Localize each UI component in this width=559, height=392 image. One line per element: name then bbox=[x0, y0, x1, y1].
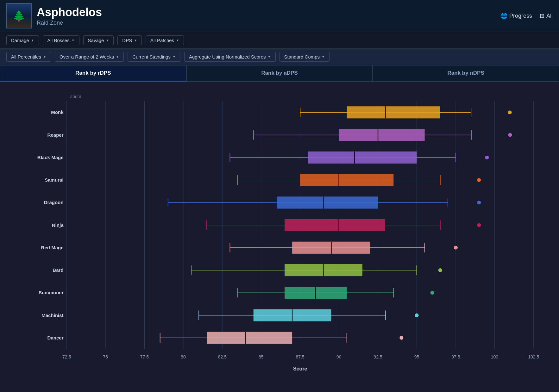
tab-adps[interactable]: Rank by aDPS bbox=[186, 65, 373, 82]
svg-point-91 bbox=[430, 291, 434, 295]
dps-filter[interactable]: DPS ▼ bbox=[117, 35, 142, 45]
percentiles-filter[interactable]: All Percentiles ▼ bbox=[6, 52, 51, 62]
svg-text:Score: Score bbox=[293, 366, 307, 371]
svg-point-56 bbox=[477, 178, 481, 182]
svg-rect-103 bbox=[207, 332, 292, 344]
dps-label: DPS bbox=[122, 38, 132, 43]
box-plot-chart: Zoom // Computed inline via JS below bbox=[9, 89, 550, 374]
chart-area: Zoom // Computed inline via JS below bbox=[0, 82, 559, 384]
chevron-down-icon: ▼ bbox=[43, 55, 46, 59]
range-label: Over a Range of 2 Weeks bbox=[60, 54, 114, 59]
svg-point-35 bbox=[508, 110, 512, 114]
svg-point-98 bbox=[415, 313, 419, 317]
svg-text:Dragoon: Dragoon bbox=[44, 200, 64, 205]
comps-label: Standard Comps bbox=[284, 54, 320, 59]
header-left: 🌲 Asphodelos Raid Zone bbox=[6, 3, 102, 28]
savage-filter[interactable]: Savage ▼ bbox=[83, 35, 114, 45]
comps-filter[interactable]: Standard Comps ▼ bbox=[280, 52, 330, 62]
svg-point-84 bbox=[438, 268, 442, 272]
zone-name: Asphodelos bbox=[37, 6, 102, 19]
rank-tabs: Rank by rDPS Rank by aDPS Rank by nDPS bbox=[0, 65, 559, 82]
svg-text:77.5: 77.5 bbox=[140, 354, 149, 359]
aggregate-label: Aggregate Using Normalized Scores bbox=[189, 54, 266, 59]
svg-text:Zoom: Zoom bbox=[70, 94, 81, 99]
standings-filter[interactable]: Current Standings ▼ bbox=[128, 52, 180, 62]
tab-rdps[interactable]: Rank by rDPS bbox=[0, 65, 186, 82]
svg-text:80: 80 bbox=[181, 354, 186, 359]
svg-text:82.5: 82.5 bbox=[218, 354, 227, 359]
svg-text:72.5: 72.5 bbox=[62, 354, 71, 359]
svg-text:Bard: Bard bbox=[53, 267, 63, 273]
svg-text:Reaper: Reaper bbox=[47, 132, 64, 138]
header-title: Asphodelos Raid Zone bbox=[37, 6, 102, 26]
svg-text:100: 100 bbox=[491, 354, 499, 359]
progress-button[interactable]: 🌐 Progress bbox=[500, 12, 532, 19]
svg-rect-40 bbox=[339, 129, 425, 141]
svg-point-105 bbox=[399, 336, 403, 340]
damage-filter[interactable]: Damage ▼ bbox=[6, 35, 39, 45]
svg-text:75: 75 bbox=[103, 354, 108, 359]
primary-toolbar: Damage ▼ All Bosses ▼ Savage ▼ DPS ▼ All… bbox=[0, 32, 559, 49]
chevron-down-icon: ▼ bbox=[173, 55, 176, 59]
aggregate-filter[interactable]: Aggregate Using Normalized Scores ▼ bbox=[184, 52, 276, 62]
svg-text:102.5: 102.5 bbox=[528, 354, 539, 359]
percentiles-label: All Percentiles bbox=[11, 54, 41, 59]
damage-label: Damage bbox=[11, 38, 29, 43]
chevron-down-icon: ▼ bbox=[176, 39, 179, 42]
chevron-down-icon: ▼ bbox=[134, 39, 137, 42]
app-header: 🌲 Asphodelos Raid Zone 🌐 Progress ⊞ All bbox=[0, 0, 559, 32]
patches-label: All Patches bbox=[150, 38, 174, 43]
svg-text:85: 85 bbox=[259, 354, 264, 359]
svg-rect-68 bbox=[285, 219, 385, 231]
svg-rect-33 bbox=[347, 106, 440, 118]
grid-icon: ⊞ bbox=[540, 12, 544, 19]
svg-text:Ninja: Ninja bbox=[52, 222, 64, 228]
svg-point-63 bbox=[477, 201, 481, 204]
zone-logo: 🌲 bbox=[6, 3, 32, 28]
svg-text:Dancer: Dancer bbox=[47, 335, 64, 340]
svg-point-70 bbox=[477, 223, 481, 227]
all-label: All bbox=[546, 13, 553, 19]
svg-text:Monk: Monk bbox=[51, 109, 64, 115]
svg-rect-61 bbox=[277, 196, 378, 208]
svg-point-49 bbox=[485, 156, 489, 159]
svg-rect-0 bbox=[9, 89, 550, 374]
svg-text:87.5: 87.5 bbox=[296, 354, 305, 359]
all-button[interactable]: ⊞ All bbox=[540, 12, 553, 19]
patches-filter[interactable]: All Patches ▼ bbox=[146, 35, 184, 45]
logo-image: 🌲 bbox=[7, 4, 31, 28]
chevron-down-icon: ▼ bbox=[72, 39, 75, 42]
all-bosses-label: All Bosses bbox=[47, 38, 70, 43]
svg-text:92.5: 92.5 bbox=[374, 354, 382, 359]
svg-text:95: 95 bbox=[414, 354, 419, 359]
zone-type: Raid Zone bbox=[37, 20, 102, 26]
savage-label: Savage bbox=[88, 38, 104, 43]
all-bosses-filter[interactable]: All Bosses ▼ bbox=[43, 35, 79, 45]
globe-icon: 🌐 bbox=[500, 12, 507, 19]
svg-text:Summoner: Summoner bbox=[39, 290, 64, 295]
chevron-down-icon: ▼ bbox=[31, 39, 34, 42]
svg-text:Black Mage: Black Mage bbox=[37, 155, 64, 160]
svg-text:Red Mage: Red Mage bbox=[41, 245, 64, 250]
secondary-toolbar: All Percentiles ▼ Over a Range of 2 Week… bbox=[0, 49, 559, 65]
svg-text:90: 90 bbox=[336, 354, 342, 359]
svg-text:Machinist: Machinist bbox=[41, 313, 63, 318]
progress-label: Progress bbox=[509, 13, 532, 19]
svg-text:Samurai: Samurai bbox=[45, 177, 63, 183]
tab-ndps[interactable]: Rank by nDPS bbox=[373, 65, 559, 82]
chart-container: Zoom // Computed inline via JS below bbox=[9, 89, 550, 374]
svg-point-42 bbox=[508, 133, 512, 137]
header-right: 🌐 Progress ⊞ All bbox=[500, 12, 553, 19]
standings-label: Current Standings bbox=[132, 54, 171, 59]
chevron-down-icon: ▼ bbox=[106, 39, 109, 42]
svg-rect-54 bbox=[300, 174, 393, 186]
svg-point-77 bbox=[454, 246, 458, 250]
chevron-down-icon: ▼ bbox=[268, 55, 271, 59]
chevron-down-icon: ▼ bbox=[322, 55, 325, 59]
svg-text:97.5: 97.5 bbox=[451, 354, 460, 359]
svg-rect-47 bbox=[308, 152, 417, 164]
range-filter[interactable]: Over a Range of 2 Weeks ▼ bbox=[55, 52, 124, 62]
chevron-down-icon: ▼ bbox=[116, 55, 119, 59]
